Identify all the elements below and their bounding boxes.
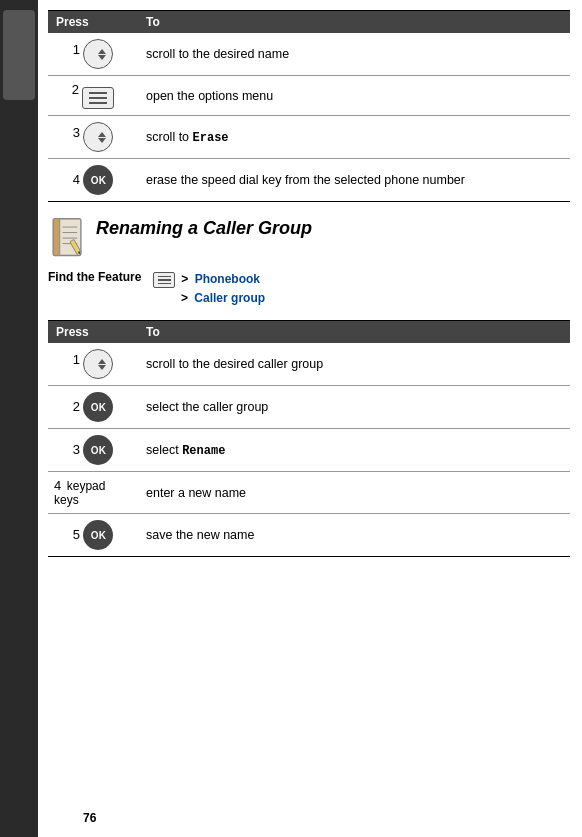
rename-label: Rename: [182, 444, 225, 458]
bottom-table-header-press: Press: [48, 321, 138, 344]
caller-group-path: Caller group: [194, 291, 265, 305]
to-cell-b3: select Rename: [138, 429, 570, 472]
table-row: 3 scroll to Erase: [48, 116, 570, 159]
path-indent: > Caller group: [181, 291, 265, 305]
menu-line: [158, 276, 171, 278]
bottom-table-header-to: To: [138, 321, 570, 344]
table-row: 1 scroll to the desired name: [48, 33, 570, 76]
to-cell-b1: scroll to the desired caller group: [138, 343, 570, 386]
row-num-b5: 5: [73, 527, 80, 542]
menu-icon-2: [82, 87, 114, 109]
arrow-down-icon: [98, 365, 106, 370]
menu-path-icon: [153, 272, 175, 288]
press-cell-3: 3: [48, 116, 138, 159]
erase-label: Erase: [193, 131, 229, 145]
to-cell-b4: enter a new name: [138, 472, 570, 514]
press-cell-b5: 5 OK: [48, 514, 138, 557]
bottom-instruction-table: Press To 1 scroll to the desired caller …: [48, 320, 570, 557]
press-cell-2: 2: [48, 76, 138, 116]
to-cell-b5: save the new name: [138, 514, 570, 557]
table-row: 5 OK save the new name: [48, 514, 570, 557]
to-cell-b2: select the caller group: [138, 386, 570, 429]
row-num-b4: 4: [54, 478, 61, 493]
arrow-up-icon: [98, 359, 106, 364]
ok-icon-b5: OK: [83, 520, 113, 550]
to-cell-4: erase the speed dial key from the select…: [138, 159, 570, 202]
table-row: 2 open the options menu: [48, 76, 570, 116]
find-feature: Find the Feature > Phonebook > Caller gr…: [48, 270, 570, 308]
svg-rect-1: [53, 219, 59, 256]
table-row: 2 OK select the caller group: [48, 386, 570, 429]
press-cell-1: 1: [48, 33, 138, 76]
row-num-4: 4: [73, 172, 80, 187]
menu-line: [158, 279, 171, 281]
phonebook-path: Phonebook: [195, 272, 260, 286]
top-table-header-to: To: [138, 11, 570, 34]
ok-icon-b2: OK: [83, 392, 113, 422]
row-num-b1: 1: [73, 352, 80, 367]
page-number: 76: [83, 811, 96, 825]
arrow-up-icon: [98, 49, 106, 54]
main-content: Press To 1 scroll to the desired name: [38, 0, 582, 837]
press-cell-b4: 4 keypad keys: [48, 472, 138, 514]
press-cell-4: 4 OK: [48, 159, 138, 202]
ok-icon-4: OK: [83, 165, 113, 195]
path-arrow-1: >: [181, 272, 188, 286]
row-num-2: 2: [72, 82, 79, 97]
top-instruction-table: Press To 1 scroll to the desired name: [48, 10, 570, 202]
row-num-3: 3: [73, 125, 80, 140]
find-feature-label: Find the Feature: [48, 270, 143, 284]
scroll-icon-3: [83, 122, 113, 152]
press-cell-b1: 1: [48, 343, 138, 386]
section-header: Renaming a Caller Group: [48, 216, 570, 262]
table-row: 4 keypad keys enter a new name: [48, 472, 570, 514]
row-num-1: 1: [73, 42, 80, 57]
press-cell-b2: 2 OK: [48, 386, 138, 429]
row-num-b3: 3: [73, 442, 80, 457]
keypad-label: keypad keys: [54, 479, 105, 507]
menu-line: [89, 102, 107, 104]
book-icon: [48, 216, 88, 262]
path-arrow-2: >: [181, 291, 188, 305]
sidebar: Setting Up Your Phonebook: [0, 0, 38, 837]
press-cell-b3: 3 OK: [48, 429, 138, 472]
ok-icon-b3: OK: [83, 435, 113, 465]
section-title: Renaming a Caller Group: [96, 218, 570, 239]
scroll-icon-1: [83, 39, 113, 69]
menu-line: [158, 283, 171, 285]
scroll-icon-b1: [83, 349, 113, 379]
menu-line: [89, 92, 107, 94]
arrow-up-icon: [98, 132, 106, 137]
to-cell-3: scroll to Erase: [138, 116, 570, 159]
top-table-header-press: Press: [48, 11, 138, 34]
sidebar-tab-top: [3, 10, 35, 100]
to-cell-1: scroll to the desired name: [138, 33, 570, 76]
find-feature-path: > Phonebook > Caller group: [153, 270, 265, 308]
row-num-b2: 2: [73, 399, 80, 414]
table-row: 3 OK select Rename: [48, 429, 570, 472]
table-row: 4 OK erase the speed dial key from the s…: [48, 159, 570, 202]
arrow-down-icon: [98, 138, 106, 143]
menu-line: [89, 97, 107, 99]
to-cell-2: open the options menu: [138, 76, 570, 116]
table-row: 1 scroll to the desired caller group: [48, 343, 570, 386]
arrow-down-icon: [98, 55, 106, 60]
